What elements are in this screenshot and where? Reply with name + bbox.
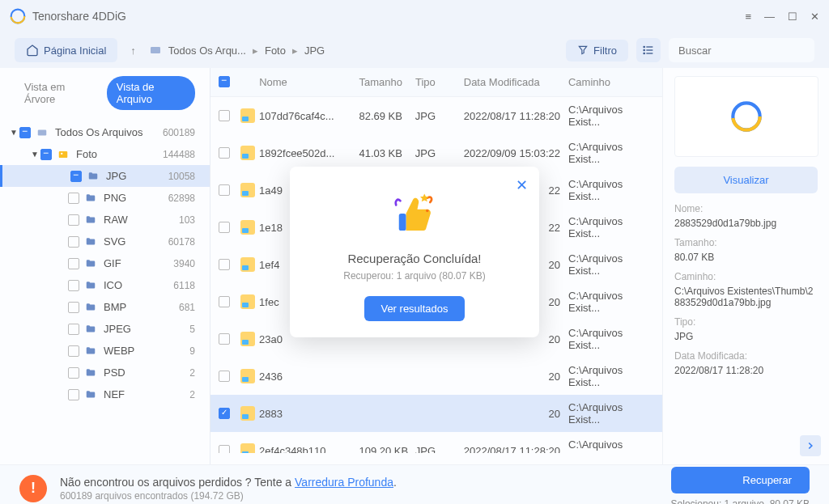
svg-marker-18 [420,194,429,202]
recovery-complete-dialog: ✕ Recuperação Concluída! Recuperou: 1 ar… [290,167,539,337]
svg-point-17 [426,210,429,213]
modal-close-button[interactable]: ✕ [516,176,528,194]
see-results-button[interactable]: Ver resultados [364,296,464,321]
modal-title: Recuperação Concluída! [306,252,523,265]
thumbs-up-icon [392,191,437,236]
svg-rect-16 [399,214,406,231]
modal-subtitle: Recuperou: 1 arquivo (80.07 KB) [306,270,523,282]
modal-overlay: ✕ Recuperação Concluída! Recuperou: 1 ar… [0,0,829,504]
